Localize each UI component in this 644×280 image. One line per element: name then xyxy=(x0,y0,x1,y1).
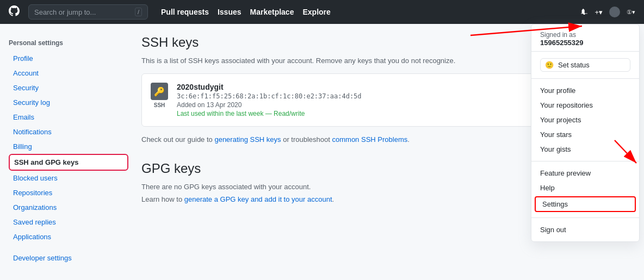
sidebar-item-developer-settings[interactable]: Developer settings xyxy=(9,251,128,265)
dropdown-username: 15965255329 xyxy=(540,39,630,47)
key-icon: 🔑 xyxy=(151,83,168,100)
dropdown-section-last: Sign out xyxy=(531,218,639,241)
header-right: +▾ ①▾ xyxy=(580,7,635,17)
gpg-section-title: GPG keys xyxy=(141,161,201,176)
set-status-button[interactable]: 🙂 Set status xyxy=(540,58,630,72)
search-slash-icon: / xyxy=(135,8,142,16)
search-placeholder-text: Search or jump to... xyxy=(34,8,96,16)
dropdown-help[interactable]: Help xyxy=(531,181,639,195)
key-info: 2020studygit 3c:6e:f1:f5:25:68:2a:1b:cf:… xyxy=(177,83,584,117)
sidebar-item-repositories[interactable]: Repositories xyxy=(9,185,128,200)
dropdown-sign-out[interactable]: Sign out xyxy=(531,222,639,237)
dropdown-your-repositories[interactable]: Your repositories xyxy=(531,98,639,113)
key-added: Added on 13 Apr 2020 xyxy=(177,101,584,109)
set-status-wrapper: 🙂 Set status xyxy=(531,52,639,79)
dropdown-your-stars[interactable]: Your stars xyxy=(531,127,639,142)
common-ssh-problems-link[interactable]: common SSH Problems xyxy=(332,135,408,144)
key-last-used: Last used within the last week — Read/wr… xyxy=(177,110,584,117)
generating-ssh-keys-link[interactable]: generating SSH keys xyxy=(214,135,281,144)
sidebar-item-billing[interactable]: Billing xyxy=(9,139,128,154)
key-name: 2020studygit xyxy=(177,83,584,91)
nav-marketplace[interactable]: Marketplace xyxy=(250,8,294,16)
sidebar-item-profile[interactable]: Profile xyxy=(9,51,128,66)
avatar[interactable] xyxy=(609,7,620,17)
sidebar: Personal settings Profile Account Securi… xyxy=(9,35,128,265)
search-bar[interactable]: Search or jump to... / xyxy=(28,4,148,20)
github-logo[interactable] xyxy=(9,5,20,19)
plus-icon[interactable]: +▾ xyxy=(595,8,603,16)
sidebar-item-security[interactable]: Security xyxy=(9,80,128,95)
nav-explore[interactable]: Explore xyxy=(302,8,330,16)
dropdown-your-profile[interactable]: Your profile xyxy=(531,83,639,98)
key-fingerprint: 3c:6e:f1:f5:25:68:2a:1b:cf:1c:80:e2:37:a… xyxy=(177,92,584,100)
nav-issues[interactable]: Issues xyxy=(218,8,242,16)
set-status-label: Set status xyxy=(558,61,590,69)
dropdown-section-2: Feature preview Help Settings xyxy=(531,161,639,218)
header: Search or jump to... / Pull requests Iss… xyxy=(0,0,644,24)
sidebar-item-notifications[interactable]: Notifications xyxy=(9,125,128,139)
sidebar-item-saved-replies[interactable]: Saved replies xyxy=(9,215,128,229)
dropdown-your-gists[interactable]: Your gists xyxy=(531,142,639,157)
signed-as-label: Signed in as xyxy=(540,31,630,39)
generate-gpg-key-link[interactable]: generate a GPG key and add it to your ac… xyxy=(184,195,332,203)
avatar-dropdown-arrow[interactable]: ①▾ xyxy=(627,9,635,16)
sidebar-item-organizations[interactable]: Organizations xyxy=(9,200,128,215)
sidebar-item-account[interactable]: Account xyxy=(9,66,128,80)
sidebar-item-ssh-gpg-keys[interactable]: SSH and GPG keys xyxy=(9,154,128,171)
dropdown-settings[interactable]: Settings xyxy=(535,196,636,212)
sidebar-item-emails[interactable]: Emails xyxy=(9,110,128,125)
sidebar-section-header: Personal settings xyxy=(9,35,128,49)
header-nav: Pull requests Issues Marketplace Explore xyxy=(161,8,331,16)
dropdown-header: Signed in as 15965255329 xyxy=(531,24,639,52)
sidebar-item-applications[interactable]: Applications xyxy=(9,229,128,244)
dropdown-your-projects[interactable]: Your projects xyxy=(531,113,639,127)
key-icon-wrapper: 🔑 SSH xyxy=(151,83,168,108)
sidebar-item-security-log[interactable]: Security log xyxy=(9,95,128,110)
dropdown-menu: Signed in as 15965255329 🙂 Set status Yo… xyxy=(531,24,640,242)
sidebar-item-blocked-users[interactable]: Blocked users xyxy=(9,171,128,185)
notification-icon[interactable] xyxy=(580,7,588,17)
ssh-label: SSH xyxy=(154,102,165,108)
dropdown-feature-preview[interactable]: Feature preview xyxy=(531,166,639,181)
nav-pull-requests[interactable]: Pull requests xyxy=(161,8,209,16)
smiley-icon: 🙂 xyxy=(545,61,554,69)
ssh-section-title: SSH keys xyxy=(141,35,199,50)
dropdown-section-1: Your profile Your repositories Your proj… xyxy=(531,79,639,161)
